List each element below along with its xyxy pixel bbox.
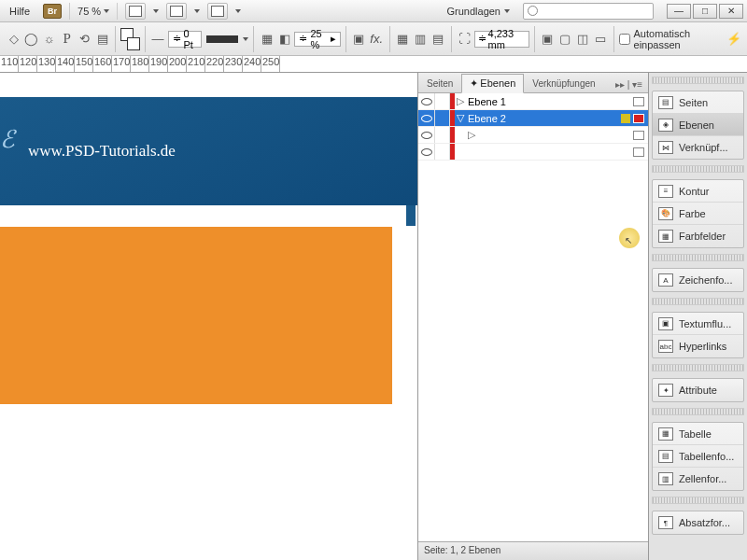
text-icon[interactable]: P xyxy=(59,30,75,49)
grid-icon-2[interactable]: ▥ xyxy=(413,30,429,49)
group-collapse-handle[interactable] xyxy=(652,165,744,173)
opacity-input[interactable]: ≑25 %▸ xyxy=(294,32,340,47)
dock-item-attribute[interactable]: ✦Attribute xyxy=(653,379,743,401)
layer-name[interactable]: Ebene 2 xyxy=(466,113,621,124)
dock-item-hyperlinks[interactable]: abcHyperlinks xyxy=(653,335,743,357)
workspace-switcher[interactable]: Grundlagen xyxy=(442,6,516,17)
dock-item-verknpf[interactable]: ⋈Verknüpf... xyxy=(653,136,743,159)
layer-row[interactable]: ▽Ebene 2 xyxy=(418,110,648,127)
panel-expand-icon[interactable]: ▸▸ | ▾≡ xyxy=(610,77,648,92)
wrap-icon-3[interactable]: ☼ xyxy=(41,30,57,49)
zoom-level[interactable]: 75 % xyxy=(78,6,109,17)
rotate-icon[interactable]: ⟲ xyxy=(77,30,92,49)
dock-item-textumflu[interactable]: ▣Textumflu... xyxy=(653,313,743,335)
panel-label: Zellenfor... xyxy=(679,473,726,484)
corner-icon[interactable]: ▣ xyxy=(351,30,367,49)
search-input[interactable] xyxy=(523,3,654,20)
tab-verknuepfungen[interactable]: Verknüpfungen xyxy=(524,75,603,92)
wrap-icon-1[interactable]: ◇ xyxy=(6,30,21,49)
stroke-weight-input[interactable]: ≑0 Pt xyxy=(168,31,203,48)
expand-triangle-icon[interactable]: ▷ xyxy=(455,95,466,107)
dock-group: ¶Absatzfor... xyxy=(652,511,744,535)
visibility-icon[interactable] xyxy=(418,110,435,126)
fit-icon-4[interactable]: ▭ xyxy=(593,30,609,49)
autofit-checkbox[interactable]: Automatisch einpassen xyxy=(619,28,723,50)
dock-item-ebenen[interactable]: ◈Ebenen xyxy=(653,114,743,136)
lock-cell[interactable] xyxy=(435,110,450,126)
layer-row[interactable]: ▷ xyxy=(418,127,648,144)
menu-bar: Hilfe Br 75 % Grundlagen — □ ✕ xyxy=(0,0,747,22)
dock-item-kontur[interactable]: ≡Kontur xyxy=(653,180,743,203)
dock-item-absatzfor[interactable]: ¶Absatzfor... xyxy=(653,511,743,534)
measure-input[interactable]: ≑4,233 mm xyxy=(474,31,529,48)
select-indicator[interactable] xyxy=(633,97,644,106)
tab-seiten[interactable]: Seiten xyxy=(418,75,461,92)
layer-list: ▷Ebene 1▽Ebene 2▷ xyxy=(418,93,648,541)
stroke-style-icon[interactable]: — xyxy=(149,30,165,49)
select-indicator[interactable] xyxy=(633,131,644,140)
fill-stroke-swatch[interactable] xyxy=(120,28,139,50)
orange-rectangle[interactable] xyxy=(0,227,392,404)
panel-label: Tabelle xyxy=(679,428,712,440)
lock-cell[interactable] xyxy=(435,144,450,160)
dock-item-tabelle[interactable]: ▦Tabelle xyxy=(653,423,743,445)
dock-item-farbe[interactable]: 🎨Farbe xyxy=(653,203,743,225)
screen-mode-icon[interactable] xyxy=(125,3,146,20)
dock-item-zeichenfo[interactable]: AZeichenfo... xyxy=(653,269,743,291)
view-options-icon[interactable] xyxy=(207,3,228,20)
fit-icon-1[interactable]: ▣ xyxy=(539,30,555,49)
crop-icon[interactable]: ⛶ xyxy=(457,30,472,49)
lock-cell[interactable] xyxy=(435,127,450,143)
panel-label: Hyperlinks xyxy=(679,341,726,352)
layer-status: Seite: 1, 2 Ebenen xyxy=(418,541,648,560)
dock-group: ≡Kontur🎨Farbe▦Farbfelder xyxy=(652,179,744,248)
document-canvas[interactable]: ℰ www.PSD-Tutorials.de xyxy=(0,73,417,560)
panel-tabs: Seiten ✦Ebenen Verknüpfungen ▸▸ | ▾≡ xyxy=(418,73,648,93)
flyout-icon[interactable]: ⚡ xyxy=(726,30,741,49)
group-collapse-handle[interactable] xyxy=(652,77,744,84)
dock-item-seiten[interactable]: ▤Seiten xyxy=(653,91,743,114)
right-dock: ▤Seiten◈Ebenen⋈Verknüpf...≡Kontur🎨Farbe▦… xyxy=(649,73,747,560)
group-collapse-handle[interactable] xyxy=(652,298,744,305)
wrap-icon-2[interactable]: ◯ xyxy=(23,30,39,49)
visibility-icon[interactable] xyxy=(418,93,435,109)
group-collapse-handle[interactable] xyxy=(652,408,744,415)
flip-icon[interactable]: ▤ xyxy=(94,30,110,49)
layer-color-bar xyxy=(450,144,455,160)
visibility-icon[interactable] xyxy=(418,127,435,143)
layer-name[interactable]: Ebene 1 xyxy=(466,96,633,107)
group-collapse-handle[interactable] xyxy=(652,254,744,261)
banner-frame[interactable]: ℰ www.PSD-Tutorials.de xyxy=(0,97,417,205)
layer-row[interactable] xyxy=(418,144,648,161)
stroke-preview[interactable] xyxy=(206,35,238,43)
grid-icon-3[interactable]: ▤ xyxy=(430,30,446,49)
expand-triangle-icon[interactable]: ▽ xyxy=(455,112,466,124)
tab-ebenen[interactable]: ✦Ebenen xyxy=(461,74,524,93)
help-menu[interactable]: Hilfe xyxy=(4,6,35,17)
visibility-icon[interactable] xyxy=(418,144,435,160)
expand-triangle-icon[interactable]: ▷ xyxy=(455,129,468,141)
grid-icon-1[interactable]: ▦ xyxy=(395,30,411,49)
effects-icon[interactable]: fx. xyxy=(369,30,385,49)
gradient-icon[interactable]: ▦ xyxy=(259,30,275,49)
arrange-icon[interactable] xyxy=(166,3,187,20)
dock-item-farbfelder[interactable]: ▦Farbfelder xyxy=(653,225,743,247)
maximize-button[interactable]: □ xyxy=(693,4,717,19)
panel-icon: ⋈ xyxy=(658,141,673,154)
select-indicator[interactable] xyxy=(633,114,644,123)
group-collapse-handle[interactable] xyxy=(652,497,744,504)
select-indicator[interactable] xyxy=(633,147,644,157)
lock-cell[interactable] xyxy=(435,93,450,109)
fit-icon-2[interactable]: ▢ xyxy=(557,30,573,49)
group-collapse-handle[interactable] xyxy=(652,364,744,371)
opacity-icon[interactable]: ◧ xyxy=(276,30,292,49)
bridge-icon[interactable]: Br xyxy=(43,4,62,19)
panel-icon: ▤ xyxy=(658,96,673,109)
dock-item-zellenfor[interactable]: ▥Zellenfor... xyxy=(653,468,743,490)
dock-item-tabellenfo[interactable]: ▤Tabellenfo... xyxy=(653,445,743,468)
panel-label: Textumflu... xyxy=(679,318,731,329)
close-button[interactable]: ✕ xyxy=(719,4,743,19)
minimize-button[interactable]: — xyxy=(667,4,691,19)
fit-icon-3[interactable]: ◫ xyxy=(575,30,591,49)
layer-row[interactable]: ▷Ebene 1 xyxy=(418,93,648,110)
